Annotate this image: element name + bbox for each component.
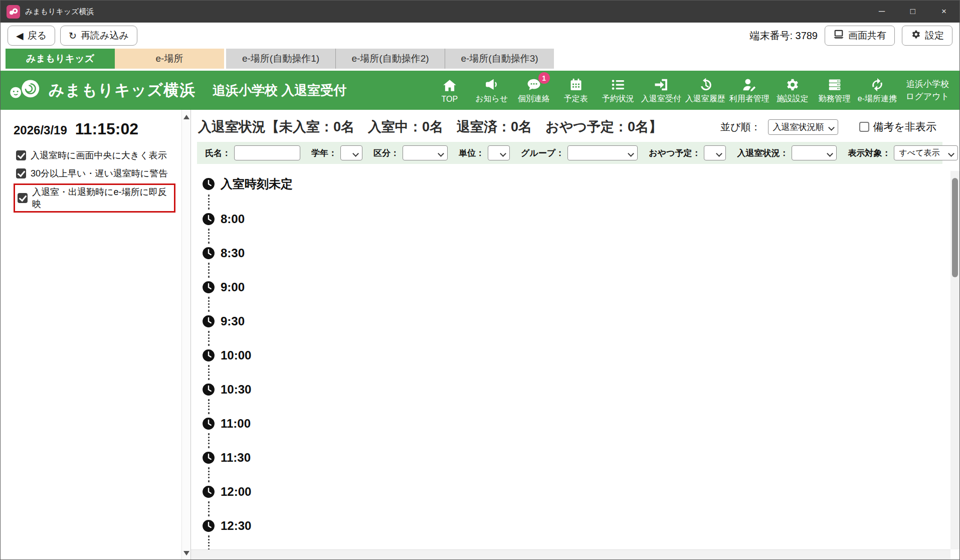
timeline-connector [208,195,210,210]
timeline-time: 8:30 [221,246,245,260]
timeline-connector [208,467,210,482]
logo-mark-icon [8,77,45,103]
logout-label: ログアウト [906,90,949,103]
checkbox-checked-icon[interactable] [18,193,28,203]
gear-icon [910,29,921,42]
timeline-connector [208,501,210,516]
timeline-row: 12:30 [202,519,959,533]
name-filter-input[interactable] [234,145,300,160]
clock-icon [202,281,215,294]
nav-checkin-reception[interactable]: 入退室受付 [639,75,683,105]
timeline-connector [208,297,210,312]
chat-bubble-icon: 1 [526,76,542,92]
nav-top[interactable]: TOP [429,76,471,105]
tab-ebasho-auto1[interactable]: e-場所(自動操作1) [226,49,335,69]
laptop-icon [833,30,844,42]
option-warn-early-late-exit[interactable]: 30分以上早い・遅い退室時に警告 [14,165,175,181]
toolbar: ◀ 戻る ↻ 再読み込み 端末番号: 3789 画面共有 設定 [1,23,959,49]
nav-news[interactable]: お知らせ [471,75,513,105]
checkbox-checked-icon[interactable] [16,150,26,160]
close-button[interactable]: × [928,1,959,23]
maximize-button[interactable]: □ [897,1,928,23]
timeline-row: 8:00 [202,212,959,226]
logo-text: みまもりキッズ横浜 [49,80,196,101]
timeline-row: 入室時刻未定 [202,176,959,192]
calendar-icon [569,76,583,92]
option-show-large-on-entry[interactable]: 入退室時に画面中央に大きく表示 [14,147,175,163]
timeline-time: 11:30 [221,451,251,465]
main-horizontal-scrollbar[interactable] [191,549,950,559]
minimize-button[interactable]: ─ [866,1,897,23]
timeline-time: 11:00 [221,417,251,431]
tab-ebasho[interactable]: e-場所 [115,49,224,69]
nav-ebasho-link[interactable]: e-場所連携 [856,75,899,105]
main-vertical-scrollbar[interactable] [950,171,959,549]
sort-group: 並び順： 入退室状況順 [720,119,838,135]
logout-button[interactable]: 追浜小学校 ログアウト [906,78,949,103]
list-icon [611,76,626,92]
nav-schedule[interactable]: 予定表 [555,75,597,105]
scroll-up-arrow-icon[interactable] [183,115,189,119]
nav-user-management[interactable]: 利用者管理 [727,75,772,105]
nav-label: 施設設定 [777,94,809,104]
grade-filter-select[interactable] [340,145,362,160]
nav-facility-settings[interactable]: 施設設定 [772,75,814,105]
main-nav: TOP お知らせ 1 個別連絡 予定表 [429,75,899,105]
reload-label: 再読み込み [81,29,129,42]
logout-facility: 追浜小学校 [906,78,949,91]
timeline-row: 10:30 [202,383,959,397]
scroll-down-arrow-icon[interactable] [183,551,189,555]
screen-share-button[interactable]: 画面共有 [825,26,895,46]
snack-filter-select[interactable] [704,145,726,160]
nav-individual-contact[interactable]: 1 個別連絡 [513,75,555,105]
status-row: 入退室状況【未入室：0名 入室中：0名 退室済：0名 おやつ予定：0名】 並び順… [191,110,959,140]
nav-reservation-status[interactable]: 予約状況 [597,75,639,105]
checkbox-unchecked-icon[interactable] [859,122,869,132]
timeline-row: 8:30 [202,246,959,260]
nav-checkin-history[interactable]: 入退室履歴 [683,75,727,105]
app-window: みまもりキッズ横浜 ─ □ × ◀ 戻る ↻ 再読み込み 端末番号: 3789 … [0,0,960,560]
group-filter-select[interactable] [567,145,638,160]
nav-label: 勤務管理 [819,94,851,104]
tab-ebasho-auto2[interactable]: e-場所(自動操作2) [335,49,445,69]
hide-remarks-option[interactable]: 備考を非表示 [859,120,937,134]
group-filter-label: グループ： [521,147,564,159]
timeline-row: 9:00 [202,280,959,294]
timeline-time: 入室時刻未定 [221,176,293,192]
scrollbar-thumb[interactable] [952,178,958,277]
grade-filter-label: 学年： [311,147,337,159]
sidebar: 2026/3/19 11:15:02 入退室時に画面中央に大きく表示 30分以上… [1,110,191,559]
nav-attendance-management[interactable]: 勤務管理 [814,75,856,105]
status-filter-select[interactable] [792,145,837,160]
back-icon: ◀ [16,30,24,42]
timeline-connector [208,433,210,448]
checkbox-checked-icon[interactable] [16,168,26,178]
clock-icon [202,417,215,430]
tab-ebasho-auto3[interactable]: e-場所(自動操作3) [445,49,554,69]
tab-mimamori-kids[interactable]: みまもりキッズ [6,49,115,69]
sort-order-select[interactable]: 入退室状況順 [768,119,838,135]
clock-icon [202,451,215,464]
snack-filter-label: おやつ予定： [649,147,700,159]
timeline-connector [208,263,210,278]
status-filter-label: 入退室状況： [737,147,788,159]
current-time: 11:15:02 [75,120,138,138]
display-target-select[interactable]: すべて表示 [894,145,958,160]
main-panel: 入退室状況【未入室：0名 入室中：0名 退室済：0名 おやつ予定：0名】 並び順… [191,110,959,559]
nav-label: 予約状況 [602,94,634,104]
unit-filter-select[interactable] [488,145,510,160]
window-controls: ─ □ × [866,1,959,23]
back-button[interactable]: ◀ 戻る [8,26,55,46]
status-heading: 入退室状況【未入室：0名 入室中：0名 退室済：0名 おやつ予定：0名】 [198,118,662,136]
sidebar-scrollbar[interactable] [181,110,190,559]
settings-label: 設定 [925,29,944,42]
timeline-connector [208,229,210,244]
timeline-row: 9:30 [202,314,959,328]
clock-icon [202,349,215,362]
reload-button[interactable]: ↻ 再読み込み [60,26,137,46]
window-title: みまもりキッズ横浜 [25,7,94,17]
option-ebasho-instant-sync[interactable]: 入退室・出退勤時にe-場所に即反映 [14,183,175,213]
app-logo: みまもりキッズ横浜 [8,77,196,103]
settings-button[interactable]: 設定 [902,26,952,46]
category-filter-select[interactable] [403,145,448,160]
